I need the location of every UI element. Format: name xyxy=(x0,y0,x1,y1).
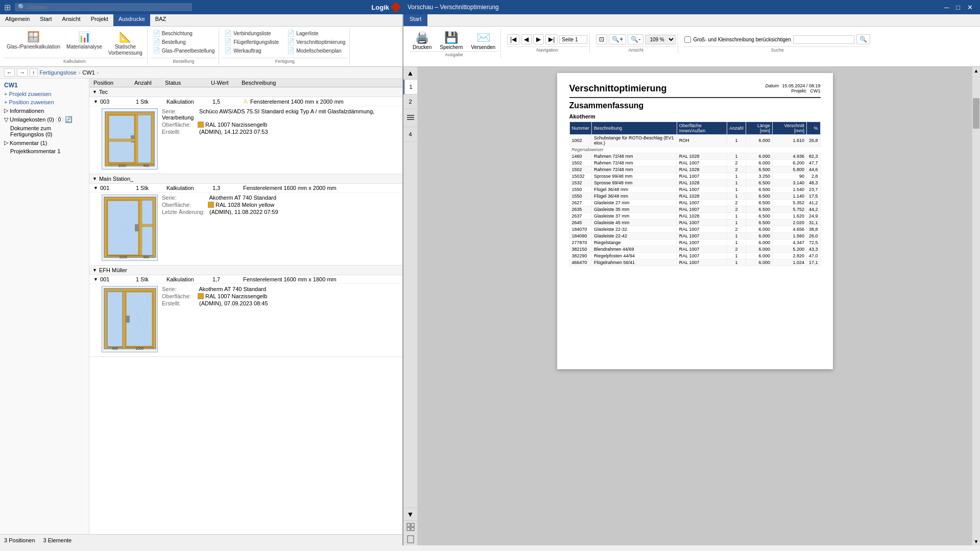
breadcrumb-fertigungslose[interactable]: Fertigungslose xyxy=(40,69,77,76)
bottom-icons xyxy=(403,520,417,545)
table-cell-12-2: RAL 1007 xyxy=(677,220,727,226)
tree-projektkommentar[interactable]: Projektkommentar 1 xyxy=(2,147,87,155)
btn-modellscheibenplan[interactable]: 📄 Modellscheibenplan xyxy=(285,46,347,55)
preview-search-input[interactable] xyxy=(793,35,854,44)
detail-serie-tec-003: Serie: Schüco AWS/ADS 75.SI Standard eck… xyxy=(162,108,398,121)
svg-rect-19 xyxy=(139,224,153,227)
preview-scrollbar[interactable]: ▲ ▼ xyxy=(972,67,980,545)
table-header-row: Nummer Beschreibung Oberfläche Innen/Auß… xyxy=(569,122,820,135)
scroll-up-btn[interactable]: ▲ xyxy=(403,67,417,80)
page-tab-3-icon[interactable] xyxy=(403,109,417,127)
tree-umlagekosten[interactable]: ▽ Umlagekosten (0) 0 🔄 xyxy=(2,115,87,124)
btn-beschichtung[interactable]: 📄 Beschichtung xyxy=(151,29,217,37)
nav-back-btn[interactable]: ← xyxy=(4,68,15,77)
page-tabs-col: ▲ 1 2 4 ▼ xyxy=(403,67,418,545)
table-cell-9-1: Glasleiste 27 mm xyxy=(592,200,677,206)
nav-fwd-btn[interactable]: → xyxy=(17,68,28,77)
nav-next-btn[interactable]: ▶ xyxy=(533,34,544,44)
tab-allgemein[interactable]: Allgemein xyxy=(0,14,35,26)
btn-materialanalyse[interactable]: 📊 Materialanalyse xyxy=(64,29,105,58)
table-subheader-cell: Regenabweiser xyxy=(569,147,820,153)
pos-status-tec-003: Kalkulation xyxy=(166,99,212,105)
scroll-down-btn[interactable]: ▼ xyxy=(403,508,417,520)
scrollbar-track[interactable] xyxy=(972,75,980,538)
pos-expand-ms-001-icon[interactable]: ▼ xyxy=(93,185,98,190)
zoom-fit-btn[interactable]: ⊡ xyxy=(596,34,607,44)
btn-fluegelfertigungsliste[interactable]: 📄 Flügelfertigungsliste xyxy=(222,38,281,46)
case-sensitive-checkbox-label[interactable]: Groß- und Kleinschreibung berücksichtige… xyxy=(684,36,791,43)
page-tab-2[interactable]: 2 xyxy=(403,94,417,109)
btn-speichern[interactable]: 💾 Speichern xyxy=(437,30,466,51)
tree-kommentar[interactable]: ▷ Kommentar (1) xyxy=(2,138,87,147)
btn-drucken[interactable]: 🖨️ Drucken xyxy=(410,30,435,51)
table-cell-7-1: Flügel 36/48 mm xyxy=(592,186,677,193)
bottom-icon-2[interactable] xyxy=(403,533,417,545)
minimize-button[interactable]: ─ xyxy=(941,3,952,12)
window-preview-ms-001: 1200 400 xyxy=(102,195,158,261)
tree-project-cw1[interactable]: CW1 xyxy=(2,81,87,90)
table-cell-2-5: 4.936 xyxy=(773,153,807,160)
chevron-right-icon: ▷ xyxy=(4,107,8,114)
top-search-input[interactable] xyxy=(28,4,94,10)
tab-start[interactable]: Start xyxy=(35,14,57,26)
preview-tab-start[interactable]: Start xyxy=(403,14,427,26)
btn-glas-panel[interactable]: 🪟 Glas-/Paneelkalkulation xyxy=(4,29,63,58)
search-box-top[interactable]: 🔍 xyxy=(15,3,192,11)
tab-projekt[interactable]: Projekt xyxy=(86,14,113,26)
action-position-zuweisen[interactable]: + Position zuweisen xyxy=(2,98,87,106)
nav-up-btn[interactable]: ↑ xyxy=(30,68,38,77)
group-header-tec[interactable]: ▼ Tec xyxy=(89,87,402,97)
case-sensitive-checkbox[interactable] xyxy=(684,36,691,43)
page-input[interactable] xyxy=(559,35,587,44)
window-details-tec-003: Serie: Schüco AWS/ADS 75.SI Standard eck… xyxy=(162,108,398,170)
kalkulation-group-label: Kalkulation xyxy=(4,58,145,64)
btn-statische[interactable]: 📐 StatischeVorbemessung xyxy=(106,29,145,58)
verschnittoptimierung-icon: 📄 xyxy=(287,38,295,45)
pos-expand-efh-001-icon[interactable]: ▼ xyxy=(93,277,98,282)
scrollbar-up-btn[interactable]: ▲ xyxy=(972,67,980,75)
zoom-out-btn[interactable]: 🔍- xyxy=(628,34,643,44)
tab-ausdrucke[interactable]: Ausdrucke xyxy=(113,14,150,26)
svg-rect-36 xyxy=(407,115,414,116)
zoom-select[interactable]: 109 % xyxy=(645,35,676,44)
btn-lagerliste[interactable]: 📄 Lagerliste xyxy=(285,29,347,37)
btn-glas-paneelbestellung[interactable]: 📄 Glas-/Paneelbestellung xyxy=(151,46,217,55)
tab-ansicht[interactable]: Ansicht xyxy=(57,14,86,26)
th-verschnitt: Verschnitt [mm] xyxy=(773,122,807,135)
btn-werkauftrag[interactable]: 📄 Werkauftrag xyxy=(222,46,281,55)
btn-verbindungsliste[interactable]: 📄 Verbindungsliste xyxy=(222,29,281,37)
group-header-efh[interactable]: ▼ EFH Müller xyxy=(89,266,402,275)
grid-icon[interactable]: ⊞ xyxy=(4,3,11,12)
window-details-ms-001: Serie: Akotherm AT 740 Standard Oberfläc… xyxy=(162,195,398,261)
pos-expand-tec-003-icon[interactable]: ▼ xyxy=(93,99,98,104)
pos-desc-ms-001: Fensterelement 1600 mm x 2000 mm xyxy=(243,185,337,191)
refresh-icon[interactable]: 🔄 xyxy=(65,116,73,123)
tree-dokumente[interactable]: Dokumente zum Fertigungslos (0) xyxy=(2,124,87,138)
page-tab-1[interactable]: 1 xyxy=(403,80,417,94)
page-tab-4[interactable]: 4 xyxy=(403,127,417,142)
search-execute-btn[interactable]: 🔍 xyxy=(856,34,870,44)
preview-scroll-area[interactable]: Verschnittoptimierung Datum 15.05.2024 /… xyxy=(418,67,972,545)
scrollbar-thumb[interactable] xyxy=(973,98,979,129)
bottom-icon-1[interactable] xyxy=(403,521,417,533)
nav-first-btn[interactable]: |◀ xyxy=(507,34,519,44)
zoom-in-btn[interactable]: 🔍+ xyxy=(609,34,626,44)
nav-prev-btn[interactable]: ◀ xyxy=(521,34,532,44)
navigation-label: Navigation xyxy=(507,46,587,53)
tree-informationen[interactable]: ▷ Informationen xyxy=(2,106,87,115)
table-cell-12-6: 31,1 xyxy=(806,220,820,226)
btn-bestellung[interactable]: 📄 Bestellung xyxy=(151,38,217,46)
btn-verschnittoptimierung[interactable]: 📄 Verschnittoptimierung xyxy=(285,38,347,46)
maximize-button[interactable]: □ xyxy=(953,3,963,12)
scrollbar-down-btn[interactable]: ▼ xyxy=(972,538,980,545)
btn-versenden[interactable]: ✉️ Versenden xyxy=(468,30,498,51)
action-projekt-zuweisen[interactable]: + Projekt zuweisen xyxy=(2,90,87,98)
tab-baz[interactable]: BAZ xyxy=(150,14,171,26)
close-button[interactable]: ✕ xyxy=(964,3,976,12)
table-cell-14-6: 26,0 xyxy=(806,233,820,239)
nav-last-btn[interactable]: ▶| xyxy=(545,34,558,44)
table-cell-10-3: 2 xyxy=(727,206,746,213)
window-controls-left: ⊞ xyxy=(4,3,11,12)
table-cell-2-2: RAL 1028 xyxy=(677,153,727,160)
group-header-main-station[interactable]: ▼ Main Station_ xyxy=(89,174,402,184)
